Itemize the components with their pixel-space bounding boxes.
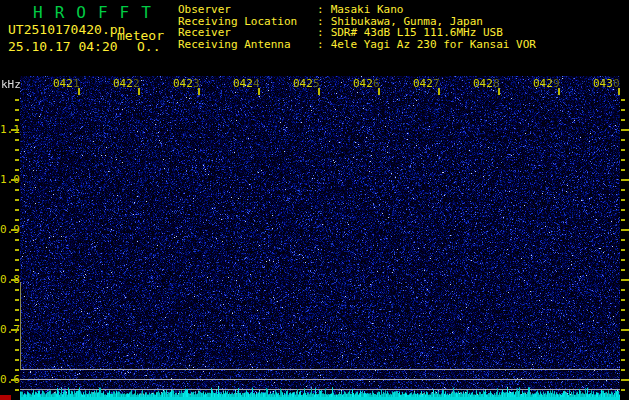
freq-minor-tick-right (621, 269, 625, 271)
time-tick-label-prefix: 042 (533, 77, 553, 90)
freq-minor-tick-left (15, 299, 19, 301)
hrofft-screen: HROFFT UT2510170420.pn meteor 25.10.17 0… (0, 0, 629, 400)
freq-minor-tick-left (15, 259, 19, 261)
time-tick-label-last-digit: 2 (133, 77, 140, 90)
freq-minor-tick-right (621, 119, 625, 121)
freq-minor-tick-right (621, 299, 625, 301)
info-label: Observer (178, 4, 231, 15)
spectrogram-canvas (20, 76, 620, 400)
freq-minor-tick-right (621, 339, 625, 341)
freq-minor-tick-right (621, 99, 625, 101)
app-title: HROFFT (33, 5, 163, 21)
freq-major-tick-left (11, 179, 19, 181)
time-tick-label-prefix: 042 (353, 77, 373, 90)
freq-major-tick-left (11, 229, 19, 231)
freq-minor-tick-right (621, 249, 625, 251)
info-value: :4ele Yagi Az 230 for Kansai VOR (317, 39, 536, 50)
time-tick-label-prefix: 042 (233, 77, 253, 90)
time-tick-label-last-digit: 6 (373, 77, 380, 90)
freq-minor-tick-left (15, 199, 19, 201)
freq-minor-tick-right (621, 389, 625, 391)
time-tick-label-last-digit: 7 (433, 77, 440, 90)
freq-minor-tick-right (621, 169, 625, 171)
freq-minor-tick-right (621, 289, 625, 291)
freq-major-tick-right (621, 329, 629, 331)
freq-minor-tick-right (621, 319, 625, 321)
freq-minor-tick-right (621, 159, 625, 161)
freq-major-tick-right (621, 379, 629, 381)
capture-datetime: 25.10.17 04:20 (8, 40, 118, 53)
freq-minor-tick-left (15, 369, 19, 371)
time-tick-label-last-digit: 3 (193, 77, 200, 90)
freq-minor-tick-right (621, 309, 625, 311)
time-tick-label: 0428 (473, 78, 500, 89)
time-tick-label-prefix: 042 (53, 77, 73, 90)
freq-minor-tick-right (621, 369, 625, 371)
time-tick-label-prefix: 042 (293, 77, 313, 90)
freq-minor-tick-left (15, 109, 19, 111)
freq-major-tick-right (621, 279, 629, 281)
freq-minor-tick-left (15, 219, 19, 221)
freq-major-tick-right (621, 229, 629, 231)
freq-minor-tick-right (621, 189, 625, 191)
freq-minor-tick-left (15, 209, 19, 211)
freq-minor-tick-right (621, 149, 625, 151)
time-tick-label: 0423 (173, 78, 200, 89)
freq-minor-tick-left (15, 269, 19, 271)
info-label: Receiver (178, 27, 231, 38)
freq-major-tick-left (11, 279, 19, 281)
freq-minor-tick-left (15, 359, 19, 361)
freq-minor-tick-left (15, 169, 19, 171)
time-tick-label: 0426 (353, 78, 380, 89)
freq-minor-tick-left (15, 239, 19, 241)
freq-minor-tick-right (621, 199, 625, 201)
time-tick-label-prefix: 042 (113, 77, 133, 90)
freq-minor-tick-left (15, 289, 19, 291)
time-tick-label-last-digit: 9 (553, 77, 560, 90)
info-value: :Masaki Kano (317, 4, 403, 15)
freq-minor-tick-left (15, 339, 19, 341)
freq-minor-tick-right (621, 359, 625, 361)
freq-major-tick-right (621, 129, 629, 131)
freq-minor-tick-right (621, 349, 625, 351)
time-tick-label: 0430 (593, 78, 620, 89)
time-tick-label-prefix: 042 (473, 77, 493, 90)
freq-minor-tick-left (15, 249, 19, 251)
freq-minor-tick-left (15, 159, 19, 161)
info-value: :SDR# 43dB L15 111.6MHz USB (317, 27, 503, 38)
freq-minor-tick-left (15, 119, 19, 121)
freq-axis-unit-label: kHz (1, 79, 21, 90)
freq-minor-tick-left (15, 309, 19, 311)
freq-minor-tick-right (621, 239, 625, 241)
time-tick-label-last-digit: 1 (73, 77, 80, 90)
freq-minor-tick-left (15, 149, 19, 151)
freq-minor-tick-left (15, 319, 19, 321)
time-tick-label-last-digit: 0 (613, 77, 620, 90)
freq-minor-tick-left (15, 349, 19, 351)
time-tick-label-prefix: 042 (413, 77, 433, 90)
capture-filename: UT2510170420.pn (8, 23, 125, 36)
time-tick-label: 0425 (293, 78, 320, 89)
freq-minor-tick-right (621, 259, 625, 261)
time-tick-label-last-digit: 5 (313, 77, 320, 90)
time-tick-label-last-digit: 8 (493, 77, 500, 90)
info-label: Receiving Antenna (178, 39, 291, 50)
freq-minor-tick-right (621, 209, 625, 211)
info-value-text: 4ele Yagi Az 230 for Kansai VOR (331, 38, 536, 51)
freq-major-tick-left (11, 329, 19, 331)
freq-minor-tick-right (621, 219, 625, 221)
red-marker (0, 395, 11, 400)
time-tick-label: 0427 (413, 78, 440, 89)
freq-minor-tick-left (15, 389, 19, 391)
info-sep: : (317, 38, 324, 51)
freq-major-tick-right (621, 179, 629, 181)
time-tick-label: 0429 (533, 78, 560, 89)
time-tick-label-last-digit: 4 (253, 77, 260, 90)
freq-major-tick-left (11, 379, 19, 381)
freq-minor-tick-right (621, 139, 625, 141)
freq-minor-tick-left (15, 99, 19, 101)
time-tick-label: 0421 (53, 78, 80, 89)
freq-minor-tick-right (621, 109, 625, 111)
freq-minor-tick-left (15, 189, 19, 191)
freq-major-tick-left (11, 129, 19, 131)
